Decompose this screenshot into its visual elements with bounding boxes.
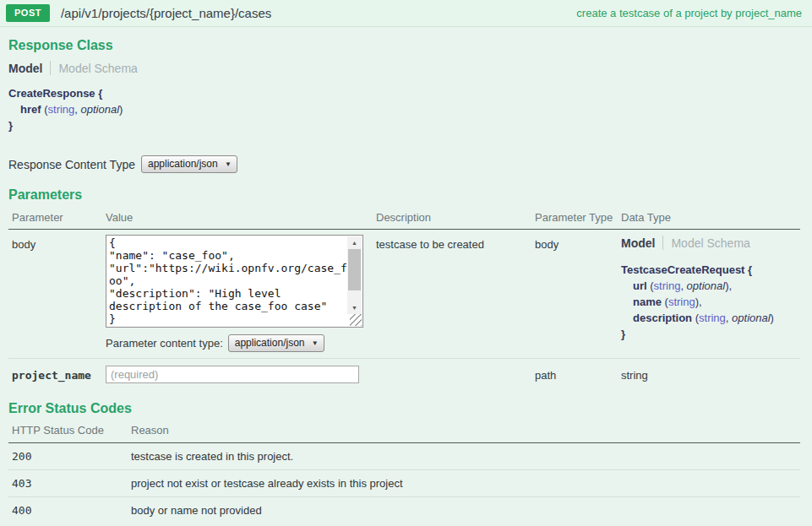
property-name: url (633, 279, 647, 292)
param-row-body: body { "name": "case_foo", "url":"https:… (8, 230, 800, 358)
response-class-title: Response Class (8, 38, 800, 53)
param-value-cell: { "name": "case_foo", "url":"https://wik… (106, 235, 376, 352)
status-code: 403 (8, 477, 131, 490)
tab-model[interactable]: Model (621, 236, 655, 250)
error-row: 200 testcase is created in this project. (8, 443, 800, 469)
column-header-parameter: Parameter (8, 211, 106, 224)
signature-close: } (8, 117, 800, 133)
response-content-type-label: Response Content Type (8, 158, 135, 171)
parameter-content-type-select[interactable]: application/json (228, 334, 324, 352)
param-name-project-name: project_name (8, 366, 106, 383)
property-punct: ) (119, 103, 123, 116)
project-name-input[interactable] (106, 366, 359, 383)
property-type: string (654, 279, 681, 292)
endpoint-summary-link[interactable]: create a testcase of a project by projec… (576, 7, 802, 19)
property-punct: , (726, 312, 732, 324)
property-modifier: optional (81, 103, 120, 116)
param-description: testcase to be created (376, 235, 535, 352)
data-type-tabs: Model Model Schema (621, 236, 800, 250)
column-header-data-type: Data Type (621, 211, 800, 224)
request-model-signature: TestcaseCreateRequest { url (string, opt… (621, 262, 800, 342)
param-data-type: string (621, 366, 800, 383)
column-header-status-code: HTTP Status Code (8, 424, 131, 437)
parameter-content-type-select-wrap: application/json ▼ (228, 334, 324, 352)
param-name-body: body (8, 235, 106, 352)
property-type: string (668, 296, 695, 308)
scroll-up-icon[interactable]: ▲ (347, 236, 362, 249)
signature-property: url (string, optional), (621, 278, 800, 294)
signature-open: TestcaseCreateRequest { (621, 262, 800, 278)
scrollbar-thumb[interactable] (348, 249, 361, 290)
response-content-type-row: Response Content Type application/json ▼ (8, 155, 800, 173)
status-code: 200 (8, 450, 131, 463)
property-punct: , (74, 103, 80, 116)
operation-header[interactable]: POST /api/v1/projects/{project_name}/cas… (0, 0, 812, 27)
property-punct: , (680, 279, 686, 292)
response-model-signature: CreateResponse { href (string, optional)… (8, 85, 800, 133)
status-reason: testcase is created in this project. (131, 450, 800, 463)
signature-property: name (string), (621, 294, 800, 310)
error-row: 403 project not exist or testcase alread… (8, 470, 800, 496)
property-modifier: optional (687, 279, 726, 292)
status-reason: body or name not provided (131, 504, 800, 517)
signature-property: description (string, optional) (621, 310, 800, 326)
param-type: body (535, 235, 621, 352)
property-punct: ), (695, 296, 702, 308)
response-content-type-select[interactable]: application/json (141, 155, 237, 173)
error-table-header: HTTP Status Code Reason (8, 416, 800, 442)
signature-close: } (621, 326, 800, 342)
property-punct: ( (692, 312, 699, 324)
tab-divider (50, 61, 51, 75)
http-method-badge: POST (6, 4, 50, 22)
body-value-textarea-frame: { "name": "case_foo", "url":"https://wik… (106, 235, 363, 328)
column-header-parameter-type: Parameter Type (535, 211, 621, 224)
property-name: href (20, 103, 41, 116)
tab-model-schema[interactable]: Model Schema (58, 62, 137, 75)
param-data-type: Model Model Schema TestcaseCreateRequest… (621, 235, 800, 352)
resize-grip-icon[interactable] (350, 314, 362, 326)
error-row: 400 body or name not provided (8, 497, 800, 523)
signature-open: CreateResponse { (8, 85, 800, 101)
property-punct: ) (771, 312, 774, 324)
property-name: description (633, 312, 692, 324)
tab-model[interactable]: Model (8, 62, 42, 75)
property-punct: ), (725, 279, 732, 292)
response-class-tabs: Model Model Schema (8, 61, 800, 75)
property-modifier: optional (732, 312, 771, 324)
response-content-type-select-wrap: application/json ▼ (141, 155, 237, 173)
property-name: name (633, 296, 662, 308)
operation-content: Response Class Model Model Schema Create… (0, 38, 812, 526)
property-type: string (699, 312, 726, 324)
endpoint-path-link[interactable]: /api/v1/projects/{project_name}/cases (61, 6, 271, 20)
status-reason: project not exist or testcase already ex… (131, 477, 800, 490)
property-punct: ( (662, 296, 668, 308)
parameter-content-type-row: Parameter content type: application/json… (106, 334, 376, 352)
error-codes-title: Error Status Codes (8, 401, 800, 416)
parameters-table-header: Parameter Value Description Parameter Ty… (8, 203, 800, 229)
textarea-scrollbar[interactable]: ▲ ▼ (347, 236, 362, 314)
signature-property: href (string, optional) (8, 101, 800, 117)
param-description (376, 366, 535, 383)
param-value-cell (106, 366, 376, 383)
tab-model-schema[interactable]: Model Schema (671, 236, 749, 250)
property-punct: ( (647, 279, 654, 292)
body-value-textarea[interactable]: { "name": "case_foo", "url":"https://wik… (106, 236, 352, 324)
column-header-reason: Reason (131, 424, 800, 437)
status-code: 400 (8, 504, 131, 517)
parameter-content-type-label: Parameter content type: (106, 337, 223, 350)
property-punct: ( (41, 103, 48, 116)
tab-divider (662, 236, 663, 250)
scroll-down-icon[interactable]: ▼ (347, 301, 362, 314)
parameters-title: Parameters (8, 187, 800, 203)
param-type: path (535, 366, 621, 383)
property-type: string (48, 103, 75, 116)
column-header-description: Description (376, 211, 535, 224)
column-header-value: Value (106, 211, 376, 224)
param-row-project-name: project_name path string (8, 359, 800, 391)
